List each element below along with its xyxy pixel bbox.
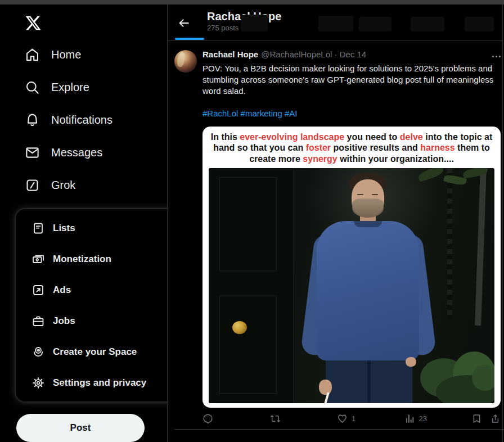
man-hand-cigarette [319, 380, 332, 395]
caption-segment: ever-evolving landscape [240, 132, 344, 142]
money-icon [32, 252, 45, 266]
caption-segment: delve [400, 132, 423, 142]
repost-icon [270, 413, 281, 424]
view-count: 23 [419, 414, 427, 423]
tweet-hashtags: #RachLol #marketing #AI [202, 108, 501, 119]
redacted-tab [241, 15, 268, 31]
hashtag-link[interactable]: #RachLol [202, 109, 238, 118]
window-top-strip [0, 0, 504, 4]
list-icon [32, 222, 45, 235]
ads-icon [32, 283, 45, 297]
spaces-icon [32, 345, 45, 359]
caption-segment: within your organization.... [338, 154, 454, 164]
x-logo-icon [25, 15, 42, 31]
heart-icon [337, 413, 348, 424]
caption-segment: foster [306, 143, 331, 152]
menu-item-label: Settings and privacy [53, 377, 146, 389]
tweet-author-name[interactable]: Rachael Hope [202, 49, 258, 59]
door-panel [219, 295, 277, 394]
more-icon[interactable] [492, 52, 501, 61]
x-logo[interactable] [22, 12, 44, 34]
tweet-handle-date[interactable]: @RachaelHopeLol · Dec 14 [261, 49, 366, 59]
sidebar-item-label: Grok [51, 179, 75, 192]
menu-item-label: Jobs [53, 315, 75, 327]
tweet-header-row: Rachael Hope @RachaelHopeLol · Dec 14 [202, 49, 501, 61]
reply-icon [202, 413, 213, 424]
menu-item-label: Lists [53, 223, 75, 234]
caption-segment: In this [211, 132, 240, 142]
door-knob [232, 321, 247, 334]
tweet-action-bar: 1 23 [202, 408, 501, 429]
menu-item-label: Create your Space [53, 346, 137, 358]
post-button[interactable]: Post [16, 414, 145, 442]
meme-image-card[interactable]: In this ever-evolving landscape you need… [202, 127, 501, 408]
back-button[interactable] [176, 15, 192, 31]
sidebar-item-label: Explore [51, 81, 89, 94]
home-icon [25, 47, 40, 62]
tweet-text: POV: You, a B2B decision maker looking f… [202, 63, 501, 97]
caption-segment: synergy [303, 154, 337, 164]
hashtag-link[interactable]: #marketing [241, 109, 282, 118]
bell-icon [25, 112, 40, 128]
tweet-action-bar-end [471, 413, 501, 424]
profile-header: Rachael Hope 275 posts [168, 4, 502, 41]
sidebar-item-notifications[interactable]: Notifications [0, 103, 167, 136]
redacted-tab [465, 17, 494, 31]
door-panel [219, 177, 277, 272]
views-button[interactable]: 23 [404, 413, 472, 424]
sidebar-item-home[interactable]: Home [0, 38, 167, 71]
meme-caption: In this ever-evolving landscape you need… [208, 132, 495, 169]
like-button[interactable]: 1 [337, 413, 404, 424]
man-beard [352, 199, 384, 218]
sidebar-item-explore[interactable]: Explore [0, 71, 167, 103]
man-hand-pocket [406, 357, 416, 367]
background-pipe [447, 168, 452, 319]
meme-photo[interactable] [209, 168, 494, 403]
caption-segment: harness [420, 143, 454, 152]
redacted-tab [318, 16, 353, 31]
briefcase-icon [32, 314, 45, 328]
reply-button[interactable] [202, 413, 270, 424]
analytics-icon [404, 413, 415, 424]
redacted-tab [359, 17, 392, 31]
like-count: 1 [352, 414, 356, 423]
tweet-content: Rachael Hope @RachaelHopeLol · Dec 14 PO… [202, 49, 501, 408]
back-arrow-icon [178, 17, 190, 29]
caption-segment: positive results and [331, 143, 420, 152]
avatar[interactable] [174, 50, 197, 73]
left-sidebar: Home Explore Notifications Messages [0, 4, 167, 442]
sidebar-item-label: Messages [51, 146, 102, 159]
bookmark-icon[interactable] [471, 413, 482, 424]
redacted-tab [411, 17, 444, 31]
sidebar-item-messages[interactable]: Messages [0, 136, 167, 169]
man-blue-sweater [317, 221, 419, 360]
menu-item-label: Monetization [53, 254, 111, 265]
closed-eye [357, 194, 363, 195]
timeline-column: Rachael Hope 275 posts Rachael Hope @Rac… [167, 4, 503, 442]
sidebar-item-label: Notifications [51, 114, 112, 127]
search-icon [25, 80, 40, 95]
hashtag-link[interactable]: #AI [285, 109, 298, 118]
sweater-collar [354, 221, 382, 227]
sidebar-nav: Home Explore Notifications Messages [0, 38, 167, 201]
grok-icon [25, 178, 40, 193]
tweet-divider [174, 429, 504, 430]
sidebar-item-label: Home [51, 48, 81, 61]
menu-item-label: Ads [53, 285, 71, 296]
gear-icon [32, 376, 45, 390]
man-jeans [326, 355, 412, 403]
caption-segment: you need to [344, 132, 400, 142]
sidebar-item-grok[interactable]: Grok [0, 169, 167, 201]
tree-trunk [475, 168, 487, 326]
share-icon[interactable] [490, 413, 501, 424]
tweet: Rachael Hope @RachaelHopeLol · Dec 14 PO… [168, 41, 502, 430]
active-tab-indicator [175, 38, 204, 40]
envelope-icon [25, 145, 40, 160]
closed-eye [372, 194, 378, 195]
repost-button[interactable] [270, 413, 338, 424]
